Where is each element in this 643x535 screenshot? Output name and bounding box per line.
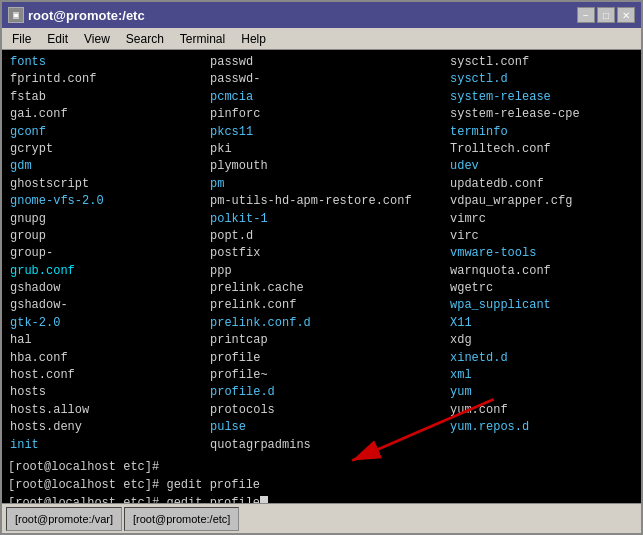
- menu-bar: File Edit View Search Terminal Help: [2, 28, 641, 50]
- list-item: gtk-2.0: [8, 315, 208, 332]
- menu-file[interactable]: File: [4, 30, 39, 48]
- list-item: group: [8, 228, 208, 245]
- close-button[interactable]: ✕: [617, 7, 635, 23]
- list-item: profile: [208, 350, 448, 367]
- list-item: quotagrpadmins: [208, 437, 448, 454]
- list-item: postfix: [208, 245, 448, 262]
- list-item: system-release: [448, 89, 635, 106]
- list-item: prelink.conf: [208, 297, 448, 314]
- list-item: gshadow: [8, 280, 208, 297]
- list-item: sysctl.conf: [448, 54, 635, 71]
- list-item: hosts.allow: [8, 402, 208, 419]
- prompt-section: [root@localhost etc]# [root@localhost et…: [8, 458, 635, 503]
- list-item: printcap: [208, 332, 448, 349]
- window-controls: − □ ✕: [577, 7, 635, 23]
- list-item: protocols: [208, 402, 448, 419]
- list-item: prelink.cache: [208, 280, 448, 297]
- list-item: vmware-tools: [448, 245, 635, 262]
- terminal-wrapper: fonts fprintd.conf fstab gai.conf gconf …: [2, 50, 641, 503]
- list-item: pki: [208, 141, 448, 158]
- menu-edit[interactable]: Edit: [39, 30, 76, 48]
- list-item: [448, 437, 635, 454]
- terminal-content[interactable]: fonts fprintd.conf fstab gai.conf gconf …: [2, 50, 641, 503]
- list-item: profile~: [208, 367, 448, 384]
- menu-terminal[interactable]: Terminal: [172, 30, 233, 48]
- minimize-button[interactable]: −: [577, 7, 595, 23]
- prompt-text-3: [root@localhost etc]# gedit profile: [8, 494, 260, 503]
- list-item: pm-utils-hd-apm-restore.conf: [208, 193, 448, 210]
- list-item: gdm: [8, 158, 208, 175]
- list-item: profile.d: [208, 384, 448, 401]
- list-item: yum.repos.d: [448, 419, 635, 436]
- list-item: pm: [208, 176, 448, 193]
- list-item: init: [8, 437, 208, 454]
- window-icon: ▣: [8, 7, 24, 23]
- list-item: virc: [448, 228, 635, 245]
- list-item: gnome-vfs-2.0: [8, 193, 208, 210]
- list-item: ghostscript: [8, 176, 208, 193]
- list-item: pinforc: [208, 106, 448, 123]
- list-item: host.conf: [8, 367, 208, 384]
- list-item: hosts.deny: [8, 419, 208, 436]
- list-item: prelink.conf.d: [208, 315, 448, 332]
- list-item: gcrypt: [8, 141, 208, 158]
- menu-view[interactable]: View: [76, 30, 118, 48]
- file-col-1: fonts fprintd.conf fstab gai.conf gconf …: [8, 54, 208, 454]
- title-bar: ▣ root@promote:/etc − □ ✕: [2, 2, 641, 28]
- prompt-text-2: [root@localhost etc]# gedit profile: [8, 476, 260, 494]
- list-item: fprintd.conf: [8, 71, 208, 88]
- list-item: sysctl.d: [448, 71, 635, 88]
- list-item: vimrc: [448, 211, 635, 228]
- menu-help[interactable]: Help: [233, 30, 274, 48]
- list-item: Trolltech.conf: [448, 141, 635, 158]
- list-item: popt.d: [208, 228, 448, 245]
- list-item: xdg: [448, 332, 635, 349]
- terminal-window: ▣ root@promote:/etc − □ ✕ File Edit View…: [0, 0, 643, 535]
- list-item: udev: [448, 158, 635, 175]
- list-item: fonts: [8, 54, 208, 71]
- prompt-line-1: [root@localhost etc]#: [8, 458, 635, 476]
- prompt-line-2: [root@localhost etc]# gedit profile: [8, 476, 635, 494]
- list-item: xml: [448, 367, 635, 384]
- list-item: fstab: [8, 89, 208, 106]
- list-item: gshadow-: [8, 297, 208, 314]
- list-item: hba.conf: [8, 350, 208, 367]
- list-item: xinetd.d: [448, 350, 635, 367]
- taskbar-item-2[interactable]: [root@promote:/etc]: [124, 507, 239, 531]
- maximize-button[interactable]: □: [597, 7, 615, 23]
- cursor: [260, 496, 268, 503]
- list-item: group-: [8, 245, 208, 262]
- file-listing: fonts fprintd.conf fstab gai.conf gconf …: [8, 54, 635, 454]
- list-item: wgetrc: [448, 280, 635, 297]
- list-item: polkit-1: [208, 211, 448, 228]
- prompt-text-1: [root@localhost etc]#: [8, 458, 166, 476]
- list-item: terminfo: [448, 124, 635, 141]
- list-item: wpa_supplicant: [448, 297, 635, 314]
- list-item: pulse: [208, 419, 448, 436]
- list-item: warnquota.conf: [448, 263, 635, 280]
- list-item: gai.conf: [8, 106, 208, 123]
- list-item: passwd-: [208, 71, 448, 88]
- list-item: gconf: [8, 124, 208, 141]
- taskbar: [root@promote:/var] [root@promote:/etc]: [2, 503, 641, 533]
- file-col-3: sysctl.conf sysctl.d system-release syst…: [448, 54, 635, 454]
- file-col-2: passwd passwd- pcmcia pinforc pkcs11 pki…: [208, 54, 448, 454]
- menu-search[interactable]: Search: [118, 30, 172, 48]
- list-item: passwd: [208, 54, 448, 71]
- list-item: vdpau_wrapper.cfg: [448, 193, 635, 210]
- list-item: hosts: [8, 384, 208, 401]
- list-item: updatedb.conf: [448, 176, 635, 193]
- list-item: yum.conf: [448, 402, 635, 419]
- list-item: grub.conf: [8, 263, 208, 280]
- list-item: plymouth: [208, 158, 448, 175]
- prompt-line-3: [root@localhost etc]# gedit profile: [8, 494, 635, 503]
- title-bar-left: ▣ root@promote:/etc: [8, 7, 145, 23]
- list-item: pcmcia: [208, 89, 448, 106]
- window-title: root@promote:/etc: [28, 8, 145, 23]
- list-item: system-release-cpe: [448, 106, 635, 123]
- list-item: yum: [448, 384, 635, 401]
- list-item: ppp: [208, 263, 448, 280]
- list-item: pkcs11: [208, 124, 448, 141]
- taskbar-item-1[interactable]: [root@promote:/var]: [6, 507, 122, 531]
- list-item: gnupg: [8, 211, 208, 228]
